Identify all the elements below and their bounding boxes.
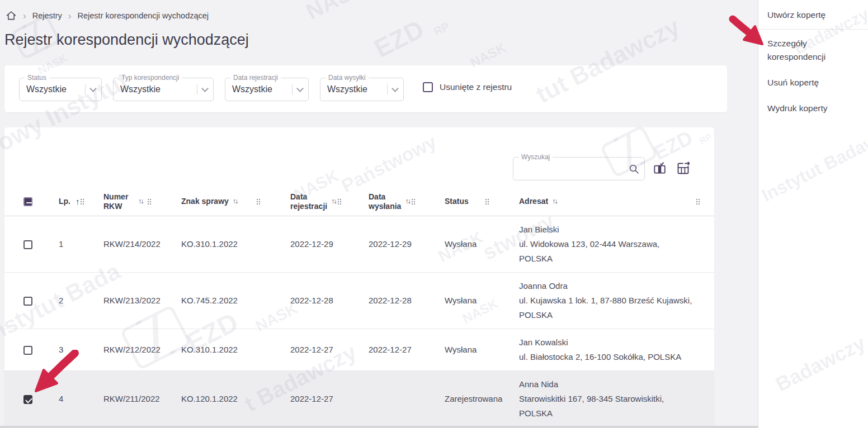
- breadcrumb: › Rejestry › Rejestr korespondencji wych…: [6, 10, 209, 21]
- column-header-data-wyslania[interactable]: Data wysłania: [369, 192, 401, 211]
- column-drag-handle[interactable]: [337, 198, 342, 205]
- cell-adresat: Joanna Odra ul. Kujawska 1 lok. 1, 87-88…: [497, 272, 682, 329]
- adresat-address-line: ul. Białostocka 2, 16-100 Sokółka, POLSK…: [519, 350, 682, 364]
- cell-status: Wysłana: [423, 272, 497, 329]
- cell-actions: [682, 329, 714, 370]
- cell-lp: 3: [37, 329, 82, 370]
- sort-icon[interactable]: ↑↓: [233, 197, 239, 206]
- breadcrumb-separator: ›: [23, 11, 26, 21]
- watermark-text: NASK: [302, 0, 370, 25]
- horizontal-scrollbar[interactable]: [0, 426, 758, 428]
- row-checkbox-4[interactable]: [23, 395, 32, 404]
- menu-item-wydruk-koperty[interactable]: Wydruk koperty: [758, 96, 868, 121]
- filter-select-label: Status: [25, 74, 49, 82]
- adresat-address: ul. Kujawska 1 lok. 1, 87-880 Brześć Kuj…: [519, 293, 682, 322]
- select-divider: [292, 84, 293, 94]
- sort-icon[interactable]: ↑↓: [552, 197, 558, 206]
- column-header-znak-sprawy[interactable]: Znak sprawy: [181, 197, 229, 206]
- cell-data-rejestracji: 2022-12-27: [268, 329, 347, 370]
- cell-data-rejestracji: 2022-12-27: [268, 370, 347, 427]
- column-header-data-rejestracji[interactable]: Data rejestracji: [290, 192, 327, 211]
- menu-divider: [758, 29, 868, 30]
- breadcrumb-separator: ›: [68, 11, 72, 21]
- menu-item-utworz-koperte[interactable]: Utwórz kopertę: [758, 2, 868, 28]
- table-row-2[interactable]: 2 RKW/213/2022 KO.745.2.2022 2022-12-28 …: [4, 272, 714, 329]
- sort-icon[interactable]: ↑↓: [331, 197, 337, 206]
- cell-data-rejestracji: 2022-12-28: [268, 272, 347, 329]
- cell-numer-rkw: RKW/211/2022: [82, 370, 159, 427]
- page-title: Rejestr korespondencji wychodzącej: [4, 31, 249, 49]
- sort-ascending-icon[interactable]: ↑: [76, 197, 80, 206]
- watermark-text: EZD: [369, 13, 428, 64]
- column-header-numer-rkw[interactable]: Numer RKW: [103, 192, 134, 211]
- cell-lp: 4: [37, 370, 82, 427]
- column-header-status[interactable]: Status: [445, 197, 469, 206]
- search-label: Wyszukaj: [518, 153, 553, 161]
- cell-lp: 1: [37, 216, 82, 272]
- home-icon[interactable]: [6, 10, 17, 21]
- filter-selects: Status Wszystkie Typ korespondencji Wszy…: [19, 78, 404, 101]
- cell-status: Wysłana: [423, 329, 497, 370]
- checkbox-label: Usunięte z rejestru: [440, 82, 512, 92]
- select-divider: [197, 84, 197, 94]
- breadcrumb-item-current: Rejestr korespondencji wychodzącej: [78, 11, 209, 20]
- table-search[interactable]: Wyszukaj: [513, 157, 645, 180]
- export-table-icon[interactable]: [674, 160, 691, 177]
- filter-select-label: Data wysyłki: [326, 74, 369, 82]
- cell-lp: 2: [37, 272, 82, 329]
- correspondence-table: Lp.↑ Numer RKW↑↓ Znak sprawy↑↓ Data reje…: [4, 188, 714, 427]
- sort-icon[interactable]: ↑↓: [138, 197, 144, 206]
- select-divider: [85, 84, 86, 94]
- chevron-down-icon[interactable]: [89, 85, 97, 92]
- sort-icon[interactable]: ↑↓: [405, 197, 411, 206]
- page: › Rejestry › Rejestr korespondencji wych…: [0, 0, 868, 428]
- adresat-name: Joanna Odra: [519, 279, 682, 293]
- filter-select-label: Typ korespondencji: [119, 74, 182, 82]
- cell-actions: [682, 216, 714, 272]
- column-drag-handle[interactable]: [80, 198, 84, 205]
- search-input[interactable]: [520, 164, 628, 174]
- column-header-lp[interactable]: Lp.: [59, 197, 70, 206]
- cell-numer-rkw: RKW/212/2022: [82, 329, 159, 370]
- adresat-address-line: Starowiskitki 167, 98-345 Starowiskitki,: [519, 392, 682, 406]
- filter-select-status[interactable]: Status Wszystkie: [19, 78, 102, 101]
- cell-data-wyslania: [347, 370, 423, 427]
- adresat-address-line: POLSKA: [519, 406, 682, 421]
- checkbox-box[interactable]: [423, 82, 433, 92]
- table-row-4[interactable]: 4 RKW/211/2022 KO.120.1.2022 2022-12-27 …: [4, 370, 714, 427]
- chevron-down-icon[interactable]: [391, 85, 399, 92]
- filter-bar: Status Wszystkie Typ korespondencji Wszy…: [4, 65, 727, 112]
- cell-data-rejestracji: 2022-12-29: [268, 216, 347, 272]
- column-drag-handle[interactable]: [147, 198, 152, 205]
- row-checkbox-2[interactable]: [23, 297, 32, 306]
- search-icon[interactable]: [628, 163, 640, 175]
- removed-from-register-checkbox[interactable]: Usunięte z rejestru: [423, 82, 512, 92]
- column-drag-handle[interactable]: [256, 198, 261, 205]
- filter-select-data-rejestracji[interactable]: Data rejestracji Wszystkie: [225, 78, 309, 101]
- chevron-down-icon[interactable]: [296, 85, 304, 92]
- adresat-address: ul. Widokowa 123, 02-444 Warszawa,POLSKA: [519, 237, 682, 266]
- cell-adresat: Anna Nida Starowiskitki 167, 98-345 Star…: [497, 370, 682, 427]
- table-row-3[interactable]: 3 RKW/212/2022 KO.310.1.2022 2022-12-27 …: [4, 329, 714, 370]
- chevron-down-icon[interactable]: [201, 85, 209, 92]
- menu-item-usun-koperte[interactable]: Usuń kopertę: [758, 70, 868, 96]
- breadcrumb-item-rejestry[interactable]: Rejestry: [32, 11, 62, 20]
- table-row-1[interactable]: 1 RKW/214/2022 KO.310.1.2022 2022-12-29 …: [4, 216, 714, 272]
- menu-item-szczegoly-korespondencji[interactable]: Szczegóły korespondencji: [758, 31, 868, 70]
- column-header-adresat[interactable]: Adresat: [519, 197, 548, 206]
- row-checkbox-1[interactable]: [23, 240, 32, 249]
- cell-numer-rkw: RKW/213/2022: [82, 272, 159, 329]
- cell-actions: [682, 370, 714, 427]
- row-checkbox-3[interactable]: [23, 346, 32, 355]
- filter-select-data-wysylki[interactable]: Data wysyłki Wszystkie: [320, 78, 404, 101]
- adresat-address-line: POLSKA: [519, 251, 682, 266]
- cell-znak-sprawy: KO.310.1.2022: [159, 216, 268, 272]
- filter-select-typ-korespondencji[interactable]: Typ korespondencji Wszystkie: [113, 78, 214, 101]
- column-drag-handle[interactable]: [485, 198, 489, 205]
- select-all-checkbox[interactable]: [23, 197, 32, 206]
- column-picker-icon[interactable]: [651, 160, 668, 177]
- column-drag-handle[interactable]: [411, 198, 416, 205]
- select-divider: [387, 84, 388, 94]
- cell-adresat: Jan Kowalski ul. Białostocka 2, 16-100 S…: [497, 329, 682, 370]
- column-drag-handle[interactable]: [696, 198, 700, 205]
